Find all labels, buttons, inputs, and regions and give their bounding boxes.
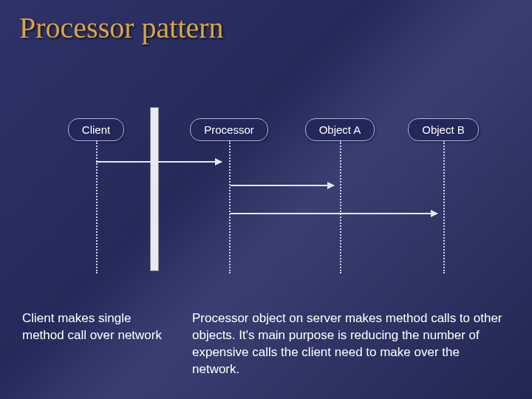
- lifeline-label: Client: [68, 118, 124, 141]
- lifeline-dash: [340, 140, 341, 273]
- arrow-processor-to-object-a: [231, 185, 334, 186]
- lifeline-label: Object B: [408, 118, 479, 141]
- lifeline-label: Processor: [190, 118, 268, 141]
- activation-bar: [150, 107, 159, 271]
- lifeline-processor: Processor: [185, 118, 273, 141]
- sequence-diagram: Client Processor Object A Object B: [0, 118, 532, 288]
- lifeline-object-a: Object A: [296, 118, 384, 141]
- lifeline-object-b: Object B: [399, 118, 488, 141]
- lifeline-dash: [443, 140, 445, 273]
- caption-processor: Processor object on server makes method …: [192, 310, 502, 378]
- lifeline-dash: [229, 140, 231, 273]
- slide: Processor pattern Client Processor Objec…: [0, 0, 532, 399]
- lifeline-label: Object A: [305, 118, 375, 141]
- lifeline-client: Client: [44, 118, 148, 141]
- lifeline-dash: [96, 140, 98, 273]
- arrow-processor-to-object-b: [231, 213, 437, 214]
- arrow-client-to-processor: [96, 161, 222, 163]
- caption-client: Client makes single method call over net…: [22, 310, 170, 344]
- slide-title: Processor pattern: [19, 10, 224, 45]
